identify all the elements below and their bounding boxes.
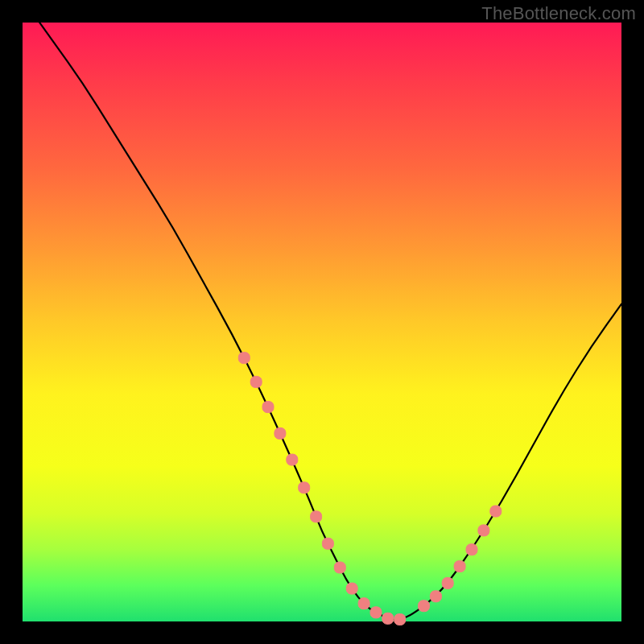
valley-marker <box>419 601 430 612</box>
valley-marker <box>358 598 369 609</box>
valley-marker <box>262 402 274 413</box>
valley-marker <box>478 525 489 536</box>
chart-stage: TheBottleneck.com <box>0 0 644 644</box>
chart-svg <box>23 23 621 621</box>
valley-marker <box>454 561 465 572</box>
valley-marker <box>322 538 333 549</box>
valley-marker <box>275 427 286 439</box>
valley-marker <box>490 506 502 517</box>
plot-area <box>23 23 621 621</box>
valley-marker <box>466 544 477 555</box>
valley-marker <box>442 577 453 588</box>
valley-marker <box>382 613 394 624</box>
valley-marker <box>287 454 298 465</box>
bottleneck-curve <box>23 0 621 620</box>
valley-marker <box>346 583 357 594</box>
valley-marker <box>394 614 406 625</box>
valley-marker <box>250 376 262 387</box>
valley-marker <box>238 353 250 364</box>
watermark-text: TheBottleneck.com <box>481 3 636 24</box>
valley-marker <box>430 591 441 602</box>
valley-marker <box>299 482 310 493</box>
valley-marker <box>311 511 322 522</box>
valley-marker <box>370 607 382 618</box>
valley-marker <box>334 562 345 573</box>
